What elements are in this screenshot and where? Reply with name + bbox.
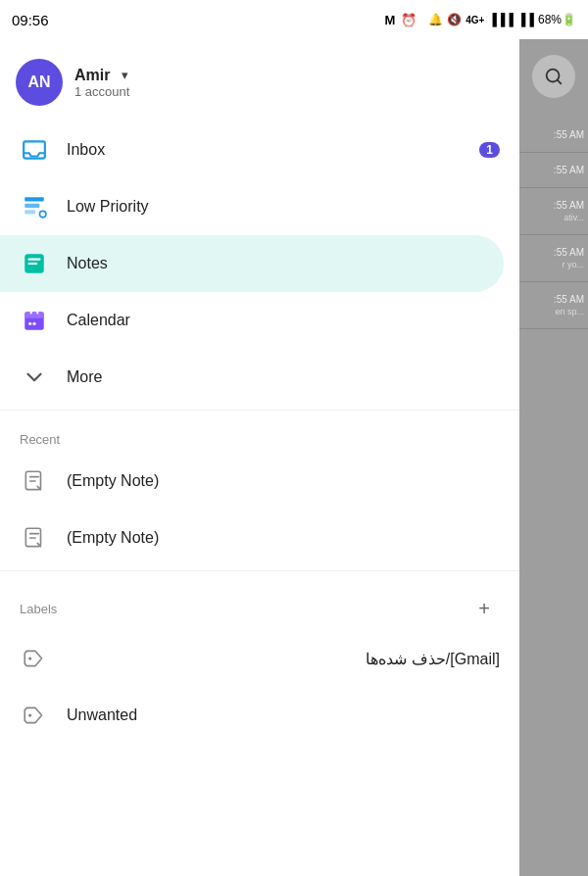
right-time-3: :55 AM [554,200,584,211]
note-icon-2 [20,523,49,553]
nav-item-notes[interactable]: Notes [0,235,504,292]
nav-item-low-priority[interactable]: ↓ Low Priority [0,178,519,235]
label-item-1[interactable]: [Gmail]/حذف شده‌ها [0,630,519,687]
right-row-5: :55 AM en sp... [519,282,588,329]
right-row-4: :55 AM r yo... [519,235,588,282]
signal-icon-1: ▐▐▐ [488,13,514,26]
svg-rect-9 [36,310,38,314]
svg-rect-8 [30,310,32,314]
recent-item-1-label: (Empty Note) [67,472,500,490]
svg-point-14 [28,657,31,659]
label-icon-2 [20,701,49,730]
mute-icon: 🔇 [447,13,462,26]
alarm-icon: ⏰ [401,13,416,27]
right-row-3: :55 AM ativ... [519,188,588,235]
dropdown-arrow-icon[interactable]: ▾ [122,68,128,82]
svg-rect-2 [24,210,35,214]
recent-item-2[interactable]: (Empty Note) [0,510,519,566]
recent-item-1[interactable]: (Empty Note) [0,453,519,510]
label-item-2[interactable]: Unwanted [0,687,519,744]
right-snippet-4: r yo... [562,260,584,269]
profile-info: Amir ▾ 1 account [74,67,129,99]
svg-point-11 [32,322,35,325]
profile-section[interactable]: AN Amir ▾ 1 account [0,39,519,122]
right-row-1: :55 AM [519,118,588,153]
label-item-1-label: [Gmail]/حذف شده‌ها [67,650,500,668]
more-chevron-icon [20,363,49,392]
right-time-5: :55 AM [554,294,584,305]
search-button[interactable] [532,55,575,98]
note-icon-1 [20,466,49,496]
add-label-button[interactable]: + [468,593,500,624]
divider-2 [0,570,519,571]
label-item-2-label: Unwanted [67,706,500,724]
nav-item-more[interactable]: More [0,349,519,406]
svg-rect-1 [24,204,39,208]
svg-point-15 [28,713,31,716]
right-time-2: :55 AM [554,165,584,175]
sidebar: AN Amir ▾ 1 account Inbox 1 [0,39,519,876]
right-snippets: :55 AM :55 AM :55 AM ativ... :55 AM r yo… [519,118,588,329]
labels-section-header: Labels [20,602,57,616]
svg-text:↓: ↓ [41,214,44,219]
alarm-right-icon: 🔔 [428,13,443,26]
low-priority-icon: ↓ [20,192,49,221]
signal-icon-2: ▐▐ [517,13,534,26]
right-snippet-5: en sp... [555,307,584,316]
notes-label: Notes [67,255,484,272]
low-priority-label: Low Priority [67,198,500,216]
status-time: 09:56 [12,12,49,28]
avatar: AN [16,59,63,106]
svg-rect-0 [24,197,44,201]
inbox-label: Inbox [67,141,462,159]
gmail-icon: M [384,13,395,27]
inbox-icon [20,135,49,165]
right-panel: :55 AM :55 AM :55 AM ativ... :55 AM r yo… [519,39,588,876]
nav-item-inbox[interactable]: Inbox 1 [0,122,519,178]
svg-point-10 [28,322,31,325]
right-snippet-3: ativ... [564,213,584,222]
divider-1 [0,410,519,411]
nav-item-calendar[interactable]: Calendar [0,292,519,349]
network-icon: 4G+ [466,15,484,25]
profile-account: 1 account [74,84,129,99]
svg-rect-7 [24,312,44,318]
recent-item-2-label: (Empty Note) [67,529,500,547]
inbox-badge: 1 [479,142,500,158]
right-row-2: :55 AM [519,153,588,188]
main-layout: AN Amir ▾ 1 account Inbox 1 [0,39,588,876]
calendar-icon [20,306,49,335]
status-bar: 09:56 M ⏰ 🔔 🔇 4G+ ▐▐▐ ▐▐ 68%🔋 [0,0,588,39]
notes-icon [20,249,49,278]
battery-icon: 68%🔋 [538,13,576,26]
label-icon-1 [20,644,49,673]
profile-name: Amir [74,67,110,84]
recent-section-header: Recent [0,414,519,453]
calendar-label: Calendar [67,312,500,329]
right-time-1: :55 AM [554,129,584,140]
status-icons: M ⏰ 🔔 🔇 4G+ ▐▐▐ ▐▐ 68%🔋 [384,13,576,27]
right-time-4: :55 AM [554,247,584,258]
labels-section: Labels + [0,575,519,630]
more-label: More [67,368,500,386]
